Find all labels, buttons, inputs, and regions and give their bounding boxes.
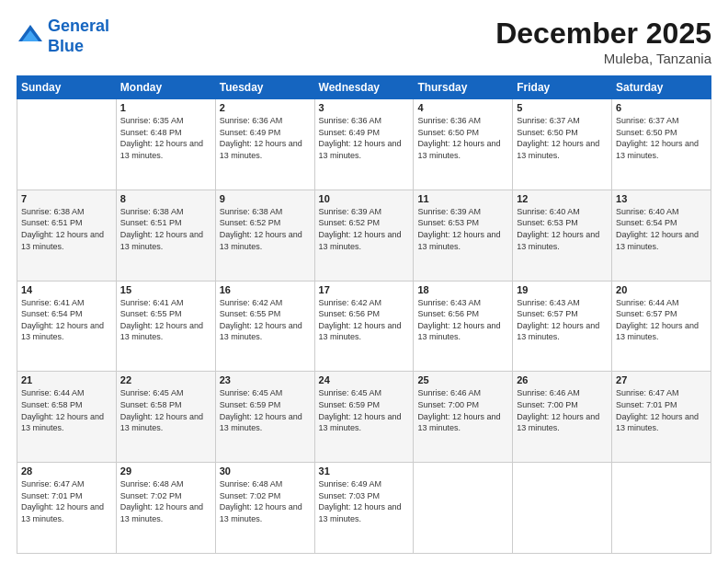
- day-number: 26: [517, 374, 608, 385]
- day-number: 10: [319, 193, 410, 204]
- weekday-header-tuesday: Tuesday: [215, 76, 314, 99]
- calendar-page: General Blue December 2025 Muleba, Tanza…: [0, 0, 728, 563]
- day-cell: 2Sunrise: 6:36 AM Sunset: 6:49 PM Daylig…: [215, 99, 314, 190]
- day-info: Sunrise: 6:35 AM Sunset: 6:48 PM Dayligh…: [120, 115, 211, 161]
- day-cell: 18Sunrise: 6:43 AM Sunset: 6:56 PM Dayli…: [414, 281, 513, 372]
- day-cell: 14Sunrise: 6:41 AM Sunset: 6:54 PM Dayli…: [17, 281, 117, 372]
- day-info: Sunrise: 6:38 AM Sunset: 6:51 PM Dayligh…: [21, 206, 112, 252]
- day-cell: 10Sunrise: 6:39 AM Sunset: 6:52 PM Dayli…: [314, 190, 414, 281]
- day-cell: 1Sunrise: 6:35 AM Sunset: 6:48 PM Daylig…: [116, 99, 215, 190]
- day-number: 4: [417, 102, 508, 113]
- day-cell: 25Sunrise: 6:46 AM Sunset: 7:00 PM Dayli…: [414, 372, 513, 463]
- day-number: 31: [319, 465, 410, 477]
- day-info: Sunrise: 6:42 AM Sunset: 6:55 PM Dayligh…: [220, 297, 311, 343]
- day-cell: 19Sunrise: 6:43 AM Sunset: 6:57 PM Dayli…: [513, 281, 612, 372]
- day-info: Sunrise: 6:47 AM Sunset: 7:01 PM Dayligh…: [616, 387, 707, 433]
- week-row-1: 7Sunrise: 6:38 AM Sunset: 6:51 PM Daylig…: [17, 190, 711, 281]
- day-info: Sunrise: 6:41 AM Sunset: 6:54 PM Dayligh…: [21, 297, 112, 343]
- day-number: 20: [616, 284, 707, 295]
- weekday-header-sunday: Sunday: [17, 76, 117, 99]
- day-cell: 8Sunrise: 6:38 AM Sunset: 6:51 PM Daylig…: [116, 190, 215, 281]
- day-info: Sunrise: 6:38 AM Sunset: 6:51 PM Dayligh…: [120, 206, 211, 252]
- day-cell: 12Sunrise: 6:40 AM Sunset: 6:53 PM Dayli…: [513, 190, 612, 281]
- day-number: 16: [220, 284, 311, 295]
- day-number: 15: [120, 284, 211, 295]
- day-cell: 15Sunrise: 6:41 AM Sunset: 6:55 PM Dayli…: [116, 281, 215, 372]
- weekday-header-saturday: Saturday: [612, 76, 711, 99]
- day-info: Sunrise: 6:46 AM Sunset: 7:00 PM Dayligh…: [517, 387, 608, 433]
- day-number: 12: [517, 193, 608, 204]
- day-number: 24: [319, 374, 410, 385]
- logo-line2: Blue: [48, 37, 84, 55]
- day-cell: 3Sunrise: 6:36 AM Sunset: 6:49 PM Daylig…: [314, 99, 414, 190]
- day-number: 13: [616, 193, 707, 204]
- title-block: December 2025 Muleba, Tanzania: [495, 17, 711, 66]
- day-cell: [17, 99, 117, 190]
- day-info: Sunrise: 6:43 AM Sunset: 6:56 PM Dayligh…: [417, 297, 508, 343]
- day-number: 17: [319, 284, 410, 295]
- day-cell: 13Sunrise: 6:40 AM Sunset: 6:54 PM Dayli…: [612, 190, 711, 281]
- day-cell: 24Sunrise: 6:45 AM Sunset: 6:59 PM Dayli…: [314, 372, 414, 463]
- day-info: Sunrise: 6:45 AM Sunset: 6:59 PM Dayligh…: [319, 387, 410, 433]
- day-info: Sunrise: 6:48 AM Sunset: 7:02 PM Dayligh…: [220, 478, 311, 524]
- logo-line1: General: [48, 17, 109, 35]
- day-cell: 23Sunrise: 6:45 AM Sunset: 6:59 PM Dayli…: [215, 372, 314, 463]
- day-number: 25: [417, 374, 508, 385]
- day-info: Sunrise: 6:37 AM Sunset: 6:50 PM Dayligh…: [517, 115, 608, 161]
- day-cell: 5Sunrise: 6:37 AM Sunset: 6:50 PM Daylig…: [513, 99, 612, 190]
- day-cell: 9Sunrise: 6:38 AM Sunset: 6:52 PM Daylig…: [215, 190, 314, 281]
- calendar-table: SundayMondayTuesdayWednesdayThursdayFrid…: [17, 75, 711, 554]
- day-cell: 6Sunrise: 6:37 AM Sunset: 6:50 PM Daylig…: [612, 99, 711, 190]
- day-number: 30: [220, 465, 311, 477]
- day-number: 1: [120, 102, 211, 113]
- day-number: 28: [21, 465, 112, 477]
- day-number: 29: [120, 465, 211, 477]
- day-info: Sunrise: 6:44 AM Sunset: 6:57 PM Dayligh…: [616, 297, 707, 343]
- day-cell: 27Sunrise: 6:47 AM Sunset: 7:01 PM Dayli…: [612, 372, 711, 463]
- day-info: Sunrise: 6:36 AM Sunset: 6:49 PM Dayligh…: [319, 115, 410, 161]
- week-row-2: 14Sunrise: 6:41 AM Sunset: 6:54 PM Dayli…: [17, 281, 711, 372]
- week-row-3: 21Sunrise: 6:44 AM Sunset: 6:58 PM Dayli…: [17, 372, 711, 463]
- day-cell: 20Sunrise: 6:44 AM Sunset: 6:57 PM Dayli…: [612, 281, 711, 372]
- day-cell: 11Sunrise: 6:39 AM Sunset: 6:53 PM Dayli…: [414, 190, 513, 281]
- weekday-header-row: SundayMondayTuesdayWednesdayThursdayFrid…: [17, 76, 711, 99]
- day-number: 8: [120, 193, 211, 204]
- day-number: 2: [220, 102, 311, 113]
- location: Muleba, Tanzania: [495, 51, 711, 66]
- day-number: 18: [417, 284, 508, 295]
- day-number: 6: [616, 102, 707, 113]
- weekday-header-wednesday: Wednesday: [314, 76, 414, 99]
- header: General Blue December 2025 Muleba, Tanza…: [17, 17, 711, 66]
- day-cell: 30Sunrise: 6:48 AM Sunset: 7:02 PM Dayli…: [215, 463, 314, 554]
- day-info: Sunrise: 6:40 AM Sunset: 6:53 PM Dayligh…: [517, 206, 608, 252]
- day-cell: 7Sunrise: 6:38 AM Sunset: 6:51 PM Daylig…: [17, 190, 117, 281]
- week-row-0: 1Sunrise: 6:35 AM Sunset: 6:48 PM Daylig…: [17, 99, 711, 190]
- weekday-header-thursday: Thursday: [414, 76, 513, 99]
- day-info: Sunrise: 6:36 AM Sunset: 6:49 PM Dayligh…: [220, 115, 311, 161]
- day-number: 3: [319, 102, 410, 113]
- day-cell: [612, 463, 711, 554]
- day-info: Sunrise: 6:37 AM Sunset: 6:50 PM Dayligh…: [616, 115, 707, 161]
- logo-text: General Blue: [48, 17, 109, 56]
- day-cell: 16Sunrise: 6:42 AM Sunset: 6:55 PM Dayli…: [215, 281, 314, 372]
- day-number: 19: [517, 284, 608, 295]
- day-info: Sunrise: 6:45 AM Sunset: 6:58 PM Dayligh…: [120, 387, 211, 433]
- day-cell: 26Sunrise: 6:46 AM Sunset: 7:00 PM Dayli…: [513, 372, 612, 463]
- day-number: 9: [220, 193, 311, 204]
- day-info: Sunrise: 6:49 AM Sunset: 7:03 PM Dayligh…: [319, 478, 410, 524]
- month-title: December 2025: [495, 17, 711, 51]
- day-number: 14: [21, 284, 112, 295]
- day-info: Sunrise: 6:39 AM Sunset: 6:52 PM Dayligh…: [319, 206, 410, 252]
- day-cell: 17Sunrise: 6:42 AM Sunset: 6:56 PM Dayli…: [314, 281, 414, 372]
- day-info: Sunrise: 6:40 AM Sunset: 6:54 PM Dayligh…: [616, 206, 707, 252]
- day-number: 7: [21, 193, 112, 204]
- day-info: Sunrise: 6:45 AM Sunset: 6:59 PM Dayligh…: [220, 387, 311, 433]
- day-info: Sunrise: 6:38 AM Sunset: 6:52 PM Dayligh…: [220, 206, 311, 252]
- day-info: Sunrise: 6:36 AM Sunset: 6:50 PM Dayligh…: [417, 115, 508, 161]
- day-info: Sunrise: 6:46 AM Sunset: 7:00 PM Dayligh…: [417, 387, 508, 433]
- day-info: Sunrise: 6:43 AM Sunset: 6:57 PM Dayligh…: [517, 297, 608, 343]
- logo-icon: [17, 23, 44, 51]
- day-number: 27: [616, 374, 707, 385]
- day-number: 23: [220, 374, 311, 385]
- day-cell: 21Sunrise: 6:44 AM Sunset: 6:58 PM Dayli…: [17, 372, 117, 463]
